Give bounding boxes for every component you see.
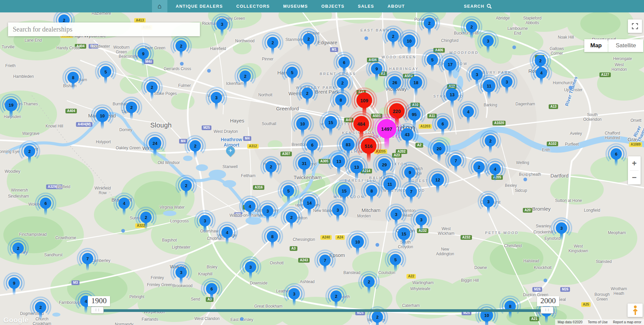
cluster-marker[interactable]: 14 (303, 197, 316, 209)
cluster-marker[interactable]: 5 (286, 67, 298, 78)
report-map-error-link[interactable]: Report a map error (610, 320, 644, 324)
marker-dot[interactable] (365, 37, 368, 40)
marker-dot[interactable] (121, 229, 125, 233)
cluster-marker[interactable]: 13 (350, 161, 363, 173)
cluster-marker[interactable]: 5 (283, 185, 294, 197)
cluster-marker[interactable]: 4 (244, 201, 256, 212)
cluster-marker[interactable]: 10 (403, 35, 416, 47)
cluster-marker[interactable]: 5 (390, 254, 401, 265)
cluster-marker[interactable]: 8 (366, 185, 377, 197)
cluster-marker[interactable]: 5 (100, 66, 111, 77)
cluster-marker[interactable]: 484 (354, 116, 369, 132)
cluster-marker[interactable]: 3 (199, 215, 211, 226)
cluster-marker[interactable]: 2 (180, 180, 192, 191)
cluster-marker[interactable]: 3 (556, 222, 567, 234)
cluster-marker[interactable]: 7 (319, 255, 331, 266)
marker-dot[interactable] (240, 317, 244, 321)
cluster-marker[interactable]: 6 (338, 57, 350, 68)
cluster-marker[interactable]: 7 (82, 253, 93, 264)
cluster-marker[interactable]: 3 (245, 261, 256, 273)
home-button[interactable]: ⌂ (152, 0, 167, 12)
map-type-map-button[interactable]: Map (584, 39, 608, 52)
cluster-marker[interactable]: 5 (427, 54, 438, 65)
cluster-marker[interactable]: 6 (307, 139, 318, 151)
cluster-marker[interactable]: 4 (118, 198, 130, 209)
cluster-marker[interactable]: 8 (267, 231, 278, 242)
cluster-marker[interactable]: 2 (126, 102, 137, 113)
cluster-marker[interactable]: 10 (351, 235, 364, 248)
slider-handle-end[interactable] (541, 307, 553, 314)
nav-item-sales[interactable]: SALES (358, 4, 374, 9)
cluster-marker[interactable]: 109 (357, 93, 372, 108)
cluster-marker[interactable]: 11 (383, 178, 396, 191)
cluster-marker[interactable]: 6 (610, 148, 622, 160)
cluster-marker[interactable]: 2 (24, 146, 35, 157)
zoom-in-button[interactable]: + (628, 156, 641, 170)
nav-item-objects[interactable]: OBJECTS (321, 4, 344, 9)
cluster-marker[interactable]: 4 (221, 227, 233, 238)
cluster-marker[interactable]: 4 (463, 106, 474, 117)
cluster-marker[interactable]: 2 (12, 242, 24, 254)
marker-dot[interactable] (207, 69, 211, 73)
cluster-marker[interactable]: 9 (8, 277, 20, 289)
cluster-marker[interactable]: 9 (138, 48, 149, 59)
cluster-marker[interactable]: 24 (149, 137, 161, 150)
cluster-marker[interactable]: 2 (140, 212, 152, 223)
cluster-marker[interactable]: 1497 (377, 119, 396, 139)
cluster-marker[interactable]: 15 (338, 184, 351, 197)
cluster-marker[interactable]: 10 (96, 109, 109, 122)
cluster-marker[interactable]: 19 (5, 99, 17, 111)
year-range-slider-track[interactable] (103, 309, 547, 312)
cluster-marker[interactable]: 2 (146, 82, 158, 93)
terms-of-use-link[interactable]: Terms of Use (585, 320, 610, 324)
cluster-marker[interactable]: 3 (288, 288, 300, 300)
cluster-marker[interactable]: 3 (482, 35, 494, 47)
cluster-marker[interactable]: 11 (483, 79, 495, 92)
map[interactable]: A404A404A404(M)A40A41A501A503A406A406A12… (0, 0, 644, 325)
cluster-marker[interactable]: 29 (378, 158, 391, 171)
cluster-marker[interactable]: 43 (401, 128, 414, 141)
cluster-marker[interactable]: 8 (335, 94, 346, 106)
cluster-marker[interactable]: 15 (324, 116, 337, 129)
nav-item-antique-dealers[interactable]: ANTIQUE DEALERS (176, 4, 223, 9)
cluster-marker[interactable]: 12 (431, 173, 444, 186)
marker-dot[interactable] (524, 178, 527, 181)
cluster-marker[interactable]: 3 (416, 214, 427, 225)
cluster-marker[interactable]: 3 (390, 209, 402, 220)
zoom-out-button[interactable]: − (628, 171, 641, 185)
cluster-marker[interactable]: 2 (267, 37, 278, 48)
cluster-marker[interactable]: 31 (298, 157, 311, 170)
marker-dot[interactable] (513, 46, 516, 49)
cluster-marker[interactable]: 2 (372, 311, 383, 323)
cluster-marker[interactable]: 2 (239, 70, 251, 82)
cluster-marker[interactable]: 2 (175, 40, 187, 52)
cluster-marker[interactable]: 6 (437, 118, 448, 129)
cluster-marker[interactable]: 2 (337, 77, 348, 89)
cluster-marker[interactable]: 83 (342, 138, 355, 151)
nav-item-collectors[interactable]: COLLECTORS (236, 4, 270, 9)
cluster-marker[interactable]: 2 (363, 276, 375, 287)
cluster-marker[interactable]: 26 (388, 76, 401, 89)
cluster-marker[interactable]: 3 (175, 267, 187, 278)
cluster-marker[interactable]: 3 (483, 196, 494, 207)
fullscreen-button[interactable] (628, 19, 642, 33)
cluster-marker[interactable]: 13 (332, 155, 345, 168)
cluster-marker[interactable]: 3 (262, 205, 273, 217)
cluster-marker[interactable]: 2 (466, 21, 477, 33)
cluster-marker[interactable]: 2 (387, 31, 399, 42)
cluster-marker[interactable]: 3 (332, 204, 343, 216)
cluster-marker[interactable]: 2 (265, 161, 277, 172)
street-view-pegman-button[interactable] (628, 304, 643, 317)
dealership-search-input[interactable] (8, 22, 200, 36)
cluster-marker[interactable]: 2 (190, 140, 201, 152)
cluster-marker[interactable]: 2 (286, 212, 297, 223)
cluster-marker[interactable]: 8 (67, 72, 79, 83)
map-type-satellite-button[interactable]: Satellite (608, 39, 643, 52)
cluster-marker[interactable]: 2 (473, 161, 485, 173)
cluster-marker[interactable]: 2 (330, 290, 342, 302)
cluster-marker[interactable]: 6 (206, 283, 217, 294)
cluster-marker[interactable]: 3 (211, 92, 222, 103)
airport-pin-icon[interactable]: ✈ (224, 145, 237, 157)
cluster-marker[interactable]: 18 (410, 76, 422, 89)
cluster-marker[interactable]: 2 (302, 88, 313, 99)
